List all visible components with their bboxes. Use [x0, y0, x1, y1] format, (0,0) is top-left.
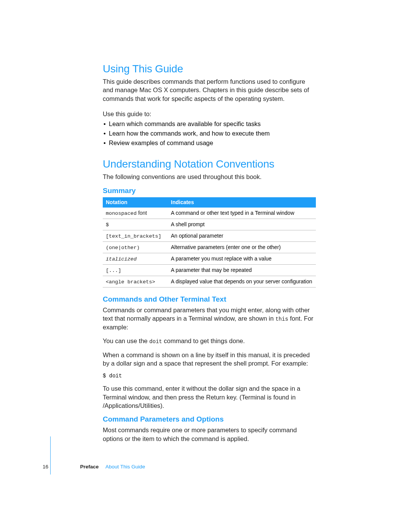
table-row: monospaced font A command or other text … [103, 208, 316, 219]
text-fragment: command to get things done. [162, 337, 245, 344]
params-subheading: Command Parameters and Options [103, 415, 316, 423]
notation-indicates: A command or other text typed in a Termi… [168, 208, 316, 219]
intro-paragraph: This guide describes commands that perfo… [103, 77, 316, 103]
bullet-item: Learn which commands are available for s… [103, 120, 316, 128]
notation-indicates: An optional parameter [168, 230, 316, 241]
table-row: italicized A parameter you must replace … [103, 253, 316, 264]
notation-indicates: A parameter that may be repeated [168, 264, 316, 276]
notation-code: italicized [106, 256, 137, 262]
notation-code: monospaced [106, 211, 137, 216]
notation-indicates: Alternative parameters (enter one or the… [168, 241, 316, 253]
notation-indicates: A displayed value that depends on your s… [168, 276, 316, 287]
page-number: 16 [43, 464, 49, 470]
terminal-paragraph: You can use the doit command to get thin… [103, 337, 316, 345]
inline-code: this [276, 316, 288, 322]
terminal-paragraph: Commands or command parameters that you … [103, 306, 316, 331]
notation-code: [text_in_brackets] [103, 230, 168, 241]
use-guide-lead: Use this guide to: [103, 110, 316, 118]
table-header-notation: Notation [103, 197, 168, 208]
notation-code: (one|other) [103, 241, 168, 253]
bullet-item: Review examples of command usage [103, 139, 316, 147]
notation-table: Notation Indicates monospaced font A com… [103, 197, 316, 288]
table-row: [text_in_brackets] An optional parameter [103, 230, 316, 241]
notation-intro: The following conventions are used throu… [103, 173, 316, 181]
notation-code: <angle brackets> [103, 276, 168, 287]
params-paragraph: Most commands require one or more parame… [103, 426, 316, 443]
table-row: [...] A parameter that may be repeated [103, 264, 316, 276]
footer-about: About This Guide [105, 464, 145, 470]
footer-rule [50, 436, 51, 474]
bullet-item: Learn how the commands work, and how to … [103, 129, 316, 138]
notation-suffix: font [137, 210, 147, 216]
use-guide-bullets: Learn which commands are available for s… [103, 120, 316, 147]
notation-indicates: A shell prompt [168, 219, 316, 230]
page-content: Using This Guide This guide describes co… [103, 63, 316, 448]
table-row: <angle brackets> A displayed value that … [103, 276, 316, 287]
notation-code: [...] [103, 264, 168, 276]
notation-indicates: A parameter you must replace with a valu… [168, 253, 316, 264]
shell-example: $ doit [103, 373, 316, 379]
notation-code: $ [103, 219, 168, 230]
footer-preface: Preface [80, 464, 99, 470]
heading-using-this-guide: Using This Guide [103, 63, 316, 75]
table-row: (one|other) Alternative parameters (ente… [103, 241, 316, 253]
summary-subheading: Summary [103, 187, 316, 195]
table-row: $ A shell prompt [103, 219, 316, 230]
page-footer: 16 Preface About This Guide [43, 464, 317, 474]
terminal-text-subheading: Commands and Other Terminal Text [103, 295, 316, 304]
table-header-indicates: Indicates [168, 197, 316, 208]
text-fragment: You can use the [103, 337, 149, 344]
terminal-paragraph: To use this command, enter it without th… [103, 384, 316, 410]
heading-notation-conventions: Understanding Notation Conventions [103, 158, 316, 170]
inline-code: doit [149, 339, 162, 345]
terminal-paragraph: When a command is shown on a line by its… [103, 351, 316, 368]
